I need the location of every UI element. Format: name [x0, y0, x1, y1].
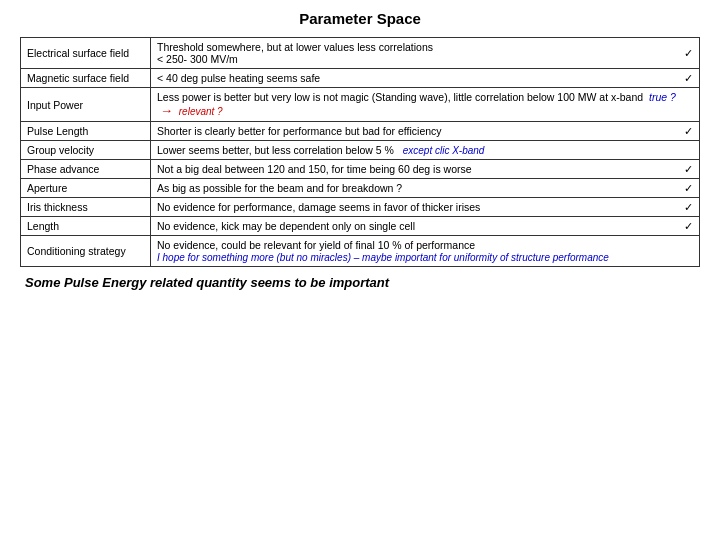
blue-annotation: true ? [649, 91, 676, 103]
param-label: Conditioning strategy [21, 236, 151, 267]
param-label: Phase advance [21, 160, 151, 179]
red-annotation: relevant ? [179, 106, 223, 117]
param-label: Input Power [21, 88, 151, 122]
param-desc: Threshold somewhere, but at lower values… [151, 38, 700, 69]
checkmark: ✓ [673, 201, 693, 213]
param-desc: No evidence for performance, damage seem… [151, 198, 700, 217]
param-desc: Not a big deal between 120 and 150, for … [151, 160, 700, 179]
param-desc: No evidence, could be relevant for yield… [151, 236, 700, 267]
param-desc: No evidence, kick may be dependent only … [151, 217, 700, 236]
table-row: Electrical surface field Threshold somew… [21, 38, 700, 69]
param-label: Pulse Length [21, 122, 151, 141]
table-row: Input Power Less power is better but ver… [21, 88, 700, 122]
param-desc: Less power is better but very low is not… [151, 88, 700, 122]
table-row: Iris thickness No evidence for performan… [21, 198, 700, 217]
checkmark: ✓ [673, 47, 693, 59]
param-label: Group velocity [21, 141, 151, 160]
blue-annotation: except clic X-band [403, 145, 485, 156]
table-row: Length No evidence, kick may be dependen… [21, 217, 700, 236]
param-label: Aperture [21, 179, 151, 198]
param-label: Length [21, 217, 151, 236]
checkmark: ✓ [673, 72, 693, 84]
table-row: Magnetic surface field < 40 deg pulse he… [21, 69, 700, 88]
footer-text: Some Pulse Energy related quantity seems… [20, 275, 389, 290]
red-arrow: → [160, 103, 173, 118]
checkmark: ✓ [673, 125, 693, 137]
table-row: Group velocity Lower seems better, but l… [21, 141, 700, 160]
page-title: Parameter Space [299, 10, 421, 27]
param-label: Magnetic surface field [21, 69, 151, 88]
checkmark: ✓ [673, 220, 693, 232]
param-desc: Shorter is clearly better for performanc… [151, 122, 700, 141]
param-desc: Lower seems better, but less correlation… [151, 141, 700, 160]
page-container: Parameter Space Electrical surface field… [0, 0, 720, 540]
param-desc: As big as possible for the beam and for … [151, 179, 700, 198]
checkmark: ✓ [673, 182, 693, 194]
table-row: Aperture As big as possible for the beam… [21, 179, 700, 198]
table-row: Conditioning strategy No evidence, could… [21, 236, 700, 267]
param-label: Iris thickness [21, 198, 151, 217]
italic-note: I hope for something more (but no miracl… [157, 252, 609, 263]
param-desc: < 40 deg pulse heating seems safe ✓ [151, 69, 700, 88]
checkmark: ✓ [673, 163, 693, 175]
table-row: Pulse Length Shorter is clearly better f… [21, 122, 700, 141]
param-label: Electrical surface field [21, 38, 151, 69]
table-row: Phase advance Not a big deal between 120… [21, 160, 700, 179]
parameter-table: Electrical surface field Threshold somew… [20, 37, 700, 267]
